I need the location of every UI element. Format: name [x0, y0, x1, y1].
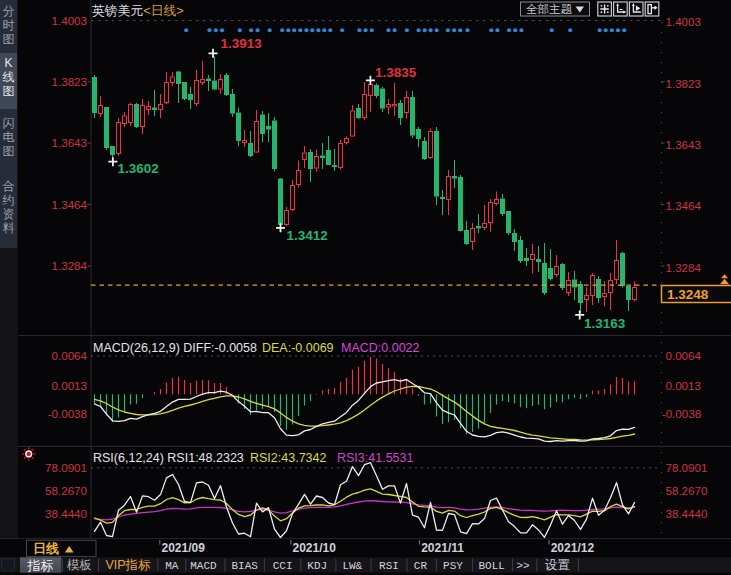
- svg-text:指标: 指标: [27, 558, 54, 573]
- svg-text:1.3284: 1.3284: [52, 259, 88, 272]
- svg-text:2021/10: 2021/10: [293, 541, 337, 555]
- svg-text:38.4440: 38.4440: [666, 507, 708, 520]
- svg-text:分: 分: [3, 4, 15, 18]
- svg-text:电: 电: [3, 130, 15, 144]
- svg-text:MA: MA: [165, 560, 179, 572]
- svg-text:设置: 设置: [545, 558, 571, 572]
- svg-text:MACD: MACD: [190, 560, 217, 572]
- svg-text:DEA:-0.0069: DEA:-0.0069: [262, 341, 334, 355]
- svg-text:78.0901: 78.0901: [45, 461, 87, 474]
- svg-text:1.3464: 1.3464: [666, 199, 702, 212]
- svg-text:1.3823: 1.3823: [52, 75, 87, 88]
- svg-text:0.0013: 0.0013: [52, 379, 87, 392]
- svg-text:线: 线: [3, 70, 15, 84]
- svg-text:料: 料: [3, 221, 15, 235]
- svg-text:KDJ: KDJ: [307, 560, 327, 572]
- svg-text:2021/12: 2021/12: [551, 541, 595, 555]
- svg-text:0.0064: 0.0064: [52, 349, 88, 362]
- svg-text:1.3823: 1.3823: [666, 77, 701, 90]
- svg-text:1.3464: 1.3464: [52, 198, 88, 211]
- svg-text:1.3248: 1.3248: [667, 287, 709, 302]
- svg-text:LW&: LW&: [342, 560, 362, 572]
- svg-text:1.3412: 1.3412: [287, 228, 328, 243]
- svg-text:PSY: PSY: [443, 560, 463, 572]
- svg-text:K: K: [4, 56, 12, 70]
- svg-text:1.3643: 1.3643: [666, 138, 701, 151]
- svg-text:RSI2:43.7342: RSI2:43.7342: [250, 451, 326, 465]
- svg-text:CCI: CCI: [273, 560, 293, 572]
- svg-text:图: 图: [3, 32, 15, 46]
- svg-text:1.3835: 1.3835: [375, 65, 417, 80]
- svg-text:模板: 模板: [66, 558, 92, 572]
- svg-text:0.0064: 0.0064: [666, 349, 702, 362]
- svg-text:78.0901: 78.0901: [666, 461, 708, 474]
- svg-text:2021/09: 2021/09: [162, 541, 206, 555]
- svg-text:1.3284: 1.3284: [666, 261, 702, 274]
- svg-text:合: 合: [3, 179, 15, 193]
- svg-text:1.3913: 1.3913: [221, 36, 263, 51]
- svg-text:英镑美元<日线>: 英镑美元<日线>: [92, 3, 184, 18]
- svg-text:MACD:0.0022: MACD:0.0022: [341, 341, 420, 355]
- svg-text:-0.0038: -0.0038: [48, 407, 87, 420]
- svg-text:58.2670: 58.2670: [666, 484, 708, 497]
- svg-text:BIAS: BIAS: [231, 560, 258, 572]
- svg-text:图: 图: [3, 84, 15, 98]
- svg-text:1.3163: 1.3163: [584, 316, 626, 331]
- svg-text:0.0013: 0.0013: [666, 379, 701, 392]
- svg-text:RSI3:41.5531: RSI3:41.5531: [337, 451, 413, 465]
- svg-text:CR: CR: [414, 560, 428, 572]
- svg-text:BOLL: BOLL: [478, 560, 504, 572]
- svg-text:VIP指标: VIP指标: [105, 558, 151, 572]
- svg-text:58.2670: 58.2670: [45, 484, 87, 497]
- svg-text:38.4440: 38.4440: [45, 507, 87, 520]
- svg-text:1.3643: 1.3643: [52, 136, 87, 149]
- svg-text:1.3602: 1.3602: [118, 161, 159, 176]
- svg-text:-0.0038: -0.0038: [662, 407, 701, 420]
- svg-text:1.4003: 1.4003: [52, 14, 87, 27]
- svg-text:日线: 日线: [33, 541, 59, 556]
- svg-text:RSI(6,12,24) RSI1:48.2323: RSI(6,12,24) RSI1:48.2323: [93, 451, 244, 465]
- svg-text:2021/11: 2021/11: [421, 541, 464, 555]
- svg-text:>>: >>: [516, 560, 529, 572]
- svg-text:1.4003: 1.4003: [666, 15, 701, 28]
- svg-text:RSI: RSI: [379, 560, 399, 572]
- svg-text:时: 时: [3, 18, 15, 32]
- svg-text:MACD(26,12,9) DIFF:-0.0058: MACD(26,12,9) DIFF:-0.0058: [93, 341, 257, 355]
- svg-text:闪: 闪: [3, 116, 15, 130]
- svg-text:图: 图: [3, 144, 15, 158]
- svg-text:约: 约: [3, 193, 15, 207]
- svg-text:全部主题: 全部主题: [526, 3, 573, 15]
- svg-text:资: 资: [3, 207, 15, 221]
